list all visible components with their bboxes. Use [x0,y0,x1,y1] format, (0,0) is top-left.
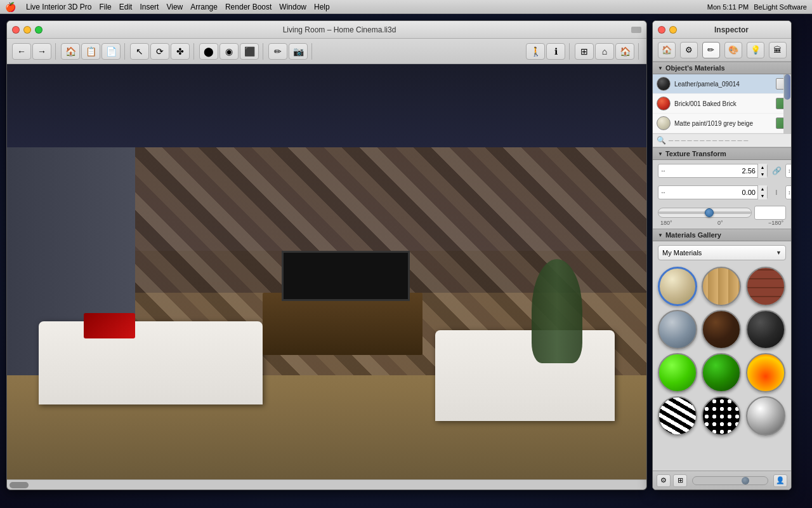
gallery-item-2[interactable] [746,267,785,306]
x-offset-input-group[interactable]: ↔ 0.00 ▲ ▼ [658,185,768,199]
menu-help[interactable]: Help [314,3,330,11]
slider-label-max: −180° [768,220,783,226]
pan-tool-btn[interactable]: ✤ [171,43,190,60]
x-offset-up[interactable]: ▲ [758,185,767,192]
section-arrow-gallery: ▼ [658,232,663,238]
inspector-tab-settings[interactable]: ⚙ [680,42,698,58]
gallery-item-10[interactable] [702,396,741,436]
menu-arrange[interactable]: Arrange [190,3,218,11]
cam-view-btn[interactable]: ⊞ [575,43,594,60]
gallery-item-11[interactable] [746,396,785,436]
plant-right [532,259,583,363]
gallery-item-6[interactable] [658,353,697,392]
camera-btn[interactable]: 📷 [289,43,308,60]
gallery-item-0[interactable] [658,267,697,306]
donut-btn[interactable]: ◉ [219,43,239,60]
search-hint: ─ ─ ─ ─ ─ ─ ─ ─ ─ ─ ─ ─ ─ [669,137,748,144]
gallery-item-4[interactable] [702,310,741,349]
window-close-btn[interactable] [12,26,20,34]
rotation-input-group[interactable]: 0° ▲ ▼ [754,206,786,220]
y-offset-input-group[interactable]: ↕ 0.00 ▲ ▼ [785,185,791,199]
materials-scroll-container[interactable]: Leather/pamela_09014 Brick/001 Baked Bri… [653,74,791,134]
inspector-toolbar: 🏠 ⚙ ✏ 🎨 💡 🏛 [653,39,791,62]
x-offset-input[interactable]: 0.00 [666,189,757,196]
x-offset-stepper[interactable]: ▲ ▼ [757,185,767,199]
inspector-tab-home[interactable]: 🏠 [658,42,676,58]
rotation-slider-container[interactable] [658,208,752,218]
x-scale-input-group[interactable]: ↔ 2.56 ▲ ▼ [658,164,768,178]
x-scale-down[interactable]: ▼ [758,171,767,178]
menubar-right: Mon 5:11 PM BeLight Software [707,3,807,11]
inspector-minimize-btn[interactable] [669,26,677,34]
x-scale-up[interactable]: ▲ [758,164,767,171]
view-group: 🏠 📋 📄 [61,43,125,60]
inspector-tab-materials[interactable]: ✏ [702,42,720,58]
bottom-slider-thumb[interactable] [742,477,749,485]
menu-file[interactable]: File [99,3,111,11]
viewport-content[interactable] [7,64,646,479]
inspector-person-btn[interactable]: 👤 [773,474,787,487]
x-scale-stepper[interactable]: ▲ ▼ [757,164,767,178]
y-scale-input[interactable]: 2.56 [791,167,792,175]
materials-scrollbar-thumb[interactable] [784,74,790,100]
rotation-input[interactable]: 0° [755,209,791,217]
sofa-right [435,330,614,422]
menu-insert[interactable]: Insert [140,3,159,11]
menu-view[interactable]: View [166,3,183,11]
box-btn[interactable]: ⬛ [240,43,259,60]
perspective-btn[interactable]: ⌂ [595,43,614,60]
menu-edit[interactable]: Edit [119,3,133,11]
viewport-scrollbar[interactable] [7,479,646,490]
inspector-tab-paint[interactable]: 🎨 [724,42,742,58]
gallery-item-3[interactable] [658,310,697,349]
tv-screen [282,251,410,300]
sphere-btn[interactable]: ⬤ [199,43,218,60]
texture-transform-section: ↔ 2.56 ▲ ▼ 🔗 ↕ 2.56 ▲ ▼ [653,160,791,229]
home-btn[interactable]: 🏠 [615,43,634,60]
material-item-1[interactable]: Brick/001 Baked Brick [653,94,791,114]
gallery-item-8[interactable] [746,353,785,392]
slider-label-mid: 0° [717,220,723,226]
material-item-2[interactable]: Matte paint/1019 grey beige [653,114,791,133]
slider-labels: 180° 0° −180° [658,220,786,226]
scrollbar-thumb[interactable] [10,482,29,488]
tv-unit [263,293,422,355]
nav-back-btn[interactable]: ← [12,43,31,60]
section-arrow-materials: ▼ [658,65,663,71]
y-scale-input-group[interactable]: ↕ 2.56 ▲ ▼ [785,164,791,178]
floor-plan-btn[interactable]: 🏠 [61,43,80,60]
info-btn[interactable]: ℹ [546,43,565,60]
window-minimize-btn[interactable] [23,26,31,34]
gallery-item-9[interactable] [658,396,697,436]
gallery-item-7[interactable] [702,353,741,392]
inspector-tab-arch[interactable]: 🏛 [769,42,787,58]
y-offset-input[interactable]: 0.00 [791,189,792,196]
orbit-tool-btn[interactable]: ⟳ [150,43,169,60]
inspector-tab-light[interactable]: 💡 [747,42,764,58]
rotation-slider-thumb[interactable] [705,208,714,217]
menu-app[interactable]: Live Interior 3D Pro [26,3,91,11]
nav-forward-btn[interactable]: → [32,43,51,60]
gallery-item-5[interactable] [746,310,785,349]
camera-group: ⊞ ⌂ 🏠 [575,43,639,60]
material-item-0[interactable]: Leather/pamela_09014 [653,74,791,94]
walk-btn[interactable]: 🚶 [526,43,545,60]
gallery-item-1[interactable] [702,267,741,306]
inspector-close-btn[interactable] [658,26,665,34]
inspector-settings-btn[interactable]: ⚙ [657,474,671,487]
select-tool-btn[interactable]: ↖ [130,43,149,60]
sketch-btn[interactable]: ✏ [268,43,287,60]
window-maximize-btn[interactable] [35,26,43,34]
3d-view-btn[interactable]: 📄 [102,43,121,60]
bottom-slider[interactable] [692,476,768,485]
menu-window[interactable]: Window [279,3,306,11]
inspector-title: Inspector [677,25,786,34]
menu-render-boost[interactable]: Render Boost [225,3,272,11]
gallery-dropdown[interactable]: My Materials ▼ [658,245,786,260]
apple-menu[interactable]: 🍎 [5,2,16,12]
materials-scrollbar-track[interactable] [783,74,791,134]
x-scale-input[interactable]: 2.56 [666,167,757,175]
elevation-btn[interactable]: 📋 [81,43,100,60]
x-offset-down[interactable]: ▼ [758,192,767,199]
inspector-add-btn[interactable]: ⊞ [673,474,687,487]
